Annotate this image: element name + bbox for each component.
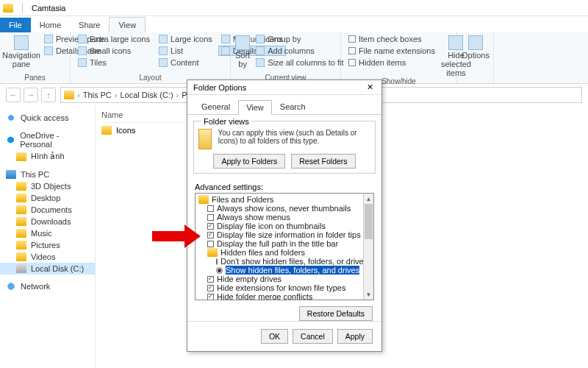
- advanced-settings-list: Files and Folders Always show icons, nev…: [195, 193, 374, 300]
- panes-group-label: Panes: [4, 74, 65, 83]
- sidebar-this-pc[interactable]: This PC: [0, 167, 95, 180]
- tab-view-dialog[interactable]: View: [238, 100, 272, 115]
- layout-list[interactable]: List: [156, 46, 215, 56]
- sidebar-hinhanh[interactable]: Hình ảnh: [0, 150, 95, 163]
- sidebar-quick-access[interactable]: Quick access: [0, 110, 95, 124]
- adv-show-hidden[interactable]: Show hidden files, folders, and drives: [197, 266, 362, 275]
- options-button[interactable]: Options: [462, 34, 490, 60]
- apply-to-folders-button[interactable]: Apply to Folders: [213, 154, 285, 169]
- adv-hide-empty[interactable]: ✓Hide empty drives: [197, 275, 362, 283]
- folder-views-text: You can apply this view (such as Details…: [218, 129, 370, 149]
- restore-defaults-button[interactable]: Restore Defaults: [299, 306, 373, 321]
- scroll-down-icon[interactable]: ▼: [364, 289, 373, 300]
- crumb-local-disk[interactable]: Local Disk (C:): [120, 91, 173, 99]
- titlebar: Camtasia: [0, 0, 588, 16]
- navigation-pane-icon: [14, 35, 29, 50]
- folder-icon: [64, 91, 74, 99]
- adv-hide-merge[interactable]: ✓Hide folder merge conflicts: [197, 292, 362, 300]
- folder-icon: [3, 4, 13, 13]
- group-by-button[interactable]: Group by: [253, 34, 346, 44]
- layout-content[interactable]: Content: [156, 57, 215, 68]
- sidebar-onedrive[interactable]: OneDrive - Personal: [0, 128, 95, 150]
- scroll-thumb[interactable]: [365, 204, 373, 239]
- window-title: Camtasia: [32, 4, 65, 13]
- reset-folders-button[interactable]: Reset Folders: [291, 154, 355, 169]
- nav-up[interactable]: ↑: [41, 88, 56, 102]
- tab-general[interactable]: General: [193, 99, 238, 114]
- adv-hide-ext[interactable]: ✓Hide extensions for known file types: [197, 283, 362, 292]
- crumb-this-pc[interactable]: This PC: [83, 91, 112, 99]
- folder-views-heading: Folder views: [201, 117, 251, 126]
- apply-button[interactable]: Apply: [337, 329, 373, 344]
- scroll-up-icon[interactable]: ▲: [364, 194, 373, 204]
- size-columns-button[interactable]: Size all columns to fit: [253, 57, 346, 68]
- tab-search[interactable]: Search: [272, 99, 314, 114]
- sidebar-videos[interactable]: Videos: [0, 251, 95, 263]
- adv-always-icons[interactable]: Always show icons, never thumbnails: [197, 204, 362, 213]
- close-icon[interactable]: ✕: [364, 82, 376, 92]
- folder-options-dialog: Folder Options ✕ General View Search Fol…: [187, 79, 382, 352]
- tab-file[interactable]: File: [0, 18, 31, 32]
- add-columns-button[interactable]: Add columns: [253, 46, 346, 56]
- tab-home[interactable]: Home: [31, 18, 70, 32]
- adv-root: Files and Folders: [197, 195, 362, 204]
- layout-xl[interactable]: Extra large icons: [75, 34, 153, 44]
- sort-by-button[interactable]: Sort by: [235, 34, 250, 68]
- tab-share[interactable]: Share: [70, 18, 109, 32]
- advanced-settings-label: Advanced settings:: [187, 180, 381, 193]
- layout-lg[interactable]: Large icons: [156, 34, 215, 44]
- adv-full-path[interactable]: Display the full path in the title bar: [197, 239, 362, 248]
- folder-views-group: Folder views You can apply this view (su…: [193, 121, 376, 174]
- sidebar-documents[interactable]: Documents: [0, 204, 95, 216]
- adv-dont-show-hidden[interactable]: Don't show hidden files, folders, or dri…: [197, 257, 362, 266]
- cancel-button[interactable]: Cancel: [293, 329, 333, 344]
- menu-tabs: File Home Share View: [0, 16, 588, 32]
- ribbon: Navigation pane Preview pane Details pan…: [0, 32, 588, 84]
- layout-sm[interactable]: Small icons: [75, 46, 153, 56]
- annotation-arrow: [152, 224, 204, 248]
- sidebar-music[interactable]: Music: [0, 227, 95, 239]
- adv-always-menus[interactable]: Always show menus: [197, 213, 362, 222]
- folder-views-icon: [198, 129, 212, 149]
- sort-icon: [235, 35, 250, 50]
- sidebar-network[interactable]: Network: [0, 279, 95, 292]
- sidebar-local-disk[interactable]: Local Disk (C:): [0, 263, 95, 275]
- nav-back[interactable]: ←: [6, 88, 21, 102]
- hidden-items-toggle[interactable]: Hidden items: [345, 57, 438, 68]
- col-name[interactable]: Name: [101, 110, 190, 123]
- file-extensions-toggle[interactable]: File name extensions: [345, 46, 438, 56]
- adv-file-size-tips[interactable]: ✓Display file size information in folder…: [197, 230, 362, 239]
- tab-view[interactable]: View: [109, 17, 146, 32]
- dialog-title: Folder Options: [193, 83, 246, 92]
- adv-file-icon-thumb[interactable]: ✓Display file icon on thumbnails: [197, 222, 362, 230]
- sidebar-desktop[interactable]: Desktop: [0, 192, 95, 204]
- adv-hidden-group: Hidden files and folders: [197, 248, 362, 257]
- nav-sidebar: Quick access OneDrive - Personal Hình ản…: [0, 106, 96, 368]
- scrollbar[interactable]: ▲ ▼: [363, 194, 373, 300]
- ok-button[interactable]: OK: [261, 329, 288, 344]
- sidebar-downloads[interactable]: Downloads: [0, 216, 95, 227]
- nav-forward[interactable]: →: [24, 88, 38, 102]
- layout-tiles[interactable]: Tiles: [75, 57, 153, 68]
- folder-icon: [101, 126, 112, 135]
- sidebar-3d-objects[interactable]: 3D Objects: [0, 180, 95, 192]
- sidebar-pictures[interactable]: Pictures: [0, 239, 95, 251]
- options-icon: [468, 35, 483, 50]
- item-checkboxes-toggle[interactable]: Item check boxes: [345, 34, 438, 44]
- navigation-pane-button[interactable]: Navigation pane: [4, 34, 38, 68]
